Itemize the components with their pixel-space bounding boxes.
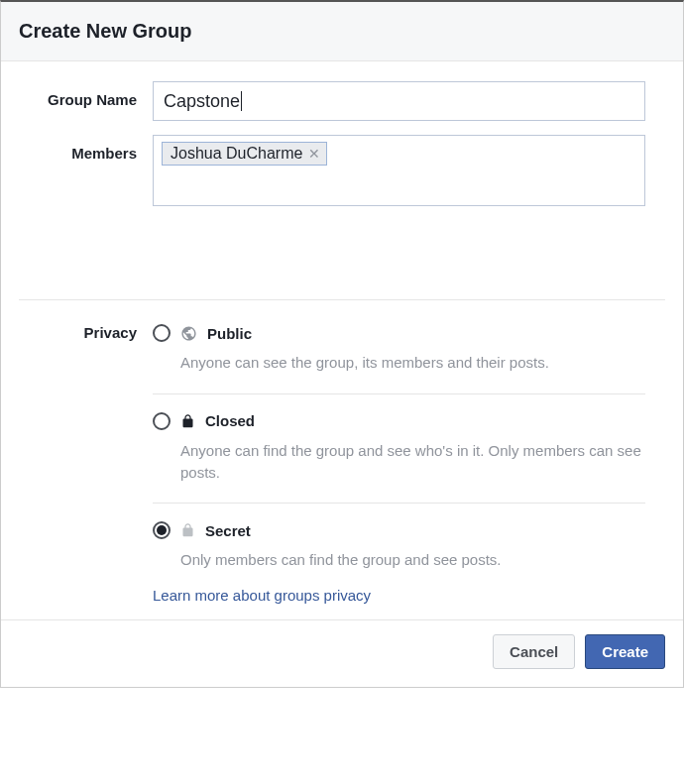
privacy-option-closed[interactable]: Closed Anyone can find the group and see… <box>153 412 645 504</box>
privacy-public-title: Public <box>207 325 252 342</box>
privacy-section: Privacy Public Anyone can see the group,… <box>1 300 683 619</box>
dialog-content: Group Name Capstone Members Joshua DuCha… <box>1 61 683 299</box>
radio-closed[interactable] <box>153 412 171 430</box>
member-name: Joshua DuCharme <box>171 145 302 163</box>
group-name-value: Capstone <box>164 91 240 112</box>
globe-icon <box>180 325 197 342</box>
dialog-footer: Cancel Create <box>1 619 683 687</box>
radio-public[interactable] <box>153 324 171 342</box>
cancel-button[interactable]: Cancel <box>493 634 575 669</box>
member-chip: Joshua DuCharme ✕ <box>162 142 327 166</box>
lock-icon <box>180 413 195 429</box>
create-button[interactable]: Create <box>585 634 665 669</box>
members-row: Members Joshua DuCharme ✕ <box>19 135 665 206</box>
members-label: Members <box>19 135 153 162</box>
dialog-title: Create New Group <box>19 20 665 43</box>
dialog-header: Create New Group <box>1 2 683 61</box>
text-cursor <box>241 91 242 111</box>
privacy-secret-title: Secret <box>205 522 251 539</box>
privacy-closed-title: Closed <box>205 412 255 429</box>
radio-secret[interactable] <box>153 521 171 539</box>
remove-member-icon[interactable]: ✕ <box>308 146 320 162</box>
group-name-label: Group Name <box>19 81 153 108</box>
privacy-option-public[interactable]: Public Anyone can see the group, its mem… <box>153 324 645 394</box>
create-group-dialog: Create New Group Group Name Capstone Mem… <box>0 0 684 688</box>
privacy-public-desc: Anyone can see the group, its members an… <box>180 352 645 374</box>
privacy-secret-desc: Only members can find the group and see … <box>180 549 645 571</box>
group-name-input[interactable]: Capstone <box>153 81 645 121</box>
privacy-label: Privacy <box>19 324 153 341</box>
privacy-closed-desc: Anyone can find the group and see who's … <box>180 440 645 484</box>
privacy-option-secret[interactable]: Secret Only members can find the group a… <box>153 521 645 581</box>
group-name-row: Group Name Capstone <box>19 81 665 121</box>
learn-more-link[interactable]: Learn more about groups privacy <box>153 587 371 604</box>
members-input[interactable]: Joshua DuCharme ✕ <box>153 135 645 206</box>
lock-light-icon <box>180 522 195 538</box>
